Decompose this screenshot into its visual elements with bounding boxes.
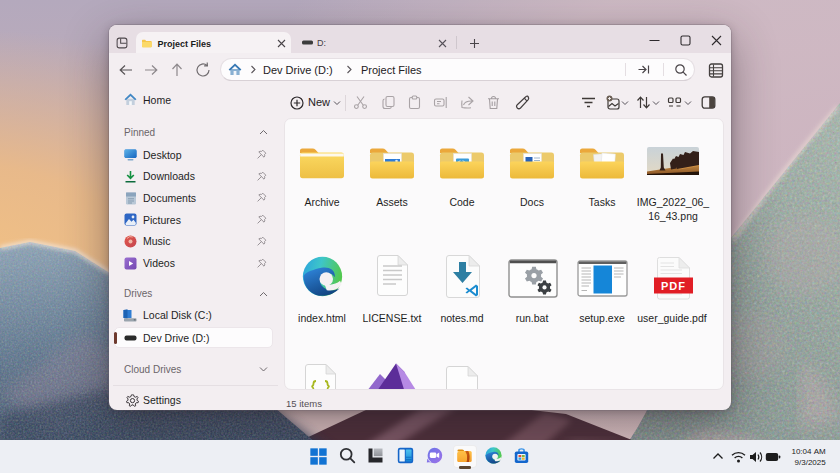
svg-text:PDF: PDF [661,279,686,291]
